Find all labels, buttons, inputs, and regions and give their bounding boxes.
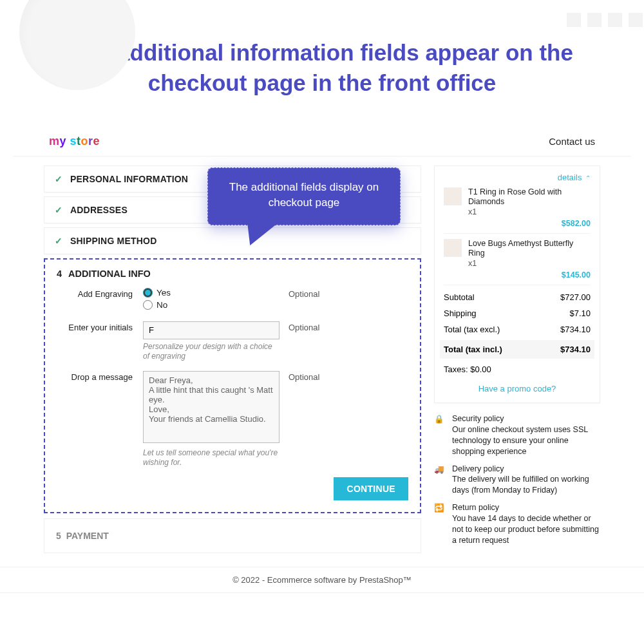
- product-name: T1 Ring in Rose Gold with Diamonds: [468, 187, 591, 207]
- policy-title: Return policy: [452, 503, 499, 512]
- callout-bubble: The additional fields display on checkou…: [207, 167, 401, 225]
- radio-no[interactable]: No: [143, 300, 279, 310]
- field-hint: Let us tell someone special what you're …: [143, 448, 279, 468]
- field-message: Drop a message Let us tell someone speci…: [57, 371, 408, 468]
- product-qty: x1: [468, 259, 591, 268]
- subtotal-value: $727.00: [560, 292, 591, 302]
- step-number: 5: [56, 531, 61, 541]
- step-number: 4: [57, 269, 62, 279]
- step-title: ADDRESSES: [70, 205, 128, 215]
- check-icon: ✓: [55, 174, 62, 184]
- continue-button[interactable]: CONTINUE: [334, 477, 408, 500]
- field-label: Drop a message: [57, 371, 143, 382]
- contact-link[interactable]: Contact us: [549, 136, 595, 147]
- total-excl-value: $734.10: [560, 325, 591, 334]
- policy-body: You have 14 days to decide whether or no…: [452, 514, 599, 545]
- product-name: Love Bugs Amethyst Butterfly Ring: [468, 239, 591, 259]
- top-bar: my store Contact us: [13, 126, 631, 156]
- step-title: ADDITIONAL INFO: [68, 269, 151, 279]
- total-incl-value: $734.10: [560, 345, 591, 354]
- total-excl-label: Total (tax excl.): [444, 325, 500, 334]
- subtotal-label: Subtotal: [444, 292, 475, 302]
- chevron-up-icon: ⌃: [585, 175, 591, 182]
- promo-link[interactable]: Have a promo code?: [444, 377, 591, 393]
- shipping-label: Shipping: [444, 308, 477, 318]
- optional-label: Optional: [279, 321, 344, 332]
- product-price: $145.00: [468, 270, 591, 279]
- field-hint: Personalize your design with a choice of…: [143, 342, 279, 362]
- cart-item: T1 Ring in Rose Gold with Diamonds x1 $5…: [444, 182, 591, 234]
- step-shipping[interactable]: ✓ SHIPPING METHOD: [44, 227, 421, 254]
- product-price: $582.00: [468, 219, 591, 228]
- product-thumb: [444, 187, 462, 205]
- radio-input[interactable]: [143, 288, 153, 298]
- product-qty: x1: [468, 207, 591, 216]
- policy-title: Delivery policy: [452, 464, 504, 473]
- order-summary: details ⌃ T1 Ring in Rose Gold with Diam…: [434, 166, 600, 553]
- field-initials: Enter your initials Personalize your des…: [57, 321, 408, 362]
- message-textarea[interactable]: [143, 371, 279, 443]
- policy-title: Security policy: [452, 414, 504, 423]
- policy-body: Our online checkout system uses SSL tech…: [452, 425, 588, 456]
- totals: Subtotal$727.00 Shipping$7.10 Total (tax…: [444, 289, 591, 377]
- shipping-value: $7.10: [569, 308, 591, 318]
- check-icon: ✓: [55, 205, 62, 215]
- step-title: SHIPPING METHOD: [70, 236, 156, 246]
- check-icon: ✓: [55, 236, 62, 246]
- step-additional-info: 4ADDITIONAL INFO Add Engraving Yes No Op…: [44, 258, 421, 513]
- taxes-label: Taxes: $0.00: [444, 365, 491, 374]
- step-title: PERSONAL INFORMATION: [70, 174, 188, 184]
- policies: 🔒Security policyOur online checkout syst…: [434, 413, 600, 546]
- total-incl-label: Total (tax incl.): [444, 345, 502, 354]
- step-payment[interactable]: 5 PAYMENT: [44, 518, 421, 553]
- product-thumb: [444, 239, 462, 257]
- store-logo[interactable]: my store: [49, 135, 100, 148]
- field-label: Add Engraving: [57, 288, 143, 299]
- truck-icon: 🚚: [434, 464, 447, 497]
- field-engraving: Add Engraving Yes No Optional: [57, 288, 408, 312]
- cart-item: Love Bugs Amethyst Butterfly Ring x1 $14…: [444, 234, 591, 285]
- radio-yes[interactable]: Yes: [143, 288, 279, 298]
- step-title: PAYMENT: [66, 531, 109, 541]
- lock-icon: 🔒: [434, 413, 447, 457]
- swap-icon: 🔁: [434, 502, 447, 546]
- footer-copyright: © 2022 - Ecommerce software by PrestaSho…: [0, 567, 644, 593]
- initials-input[interactable]: [143, 321, 279, 339]
- bg-dots: [567, 13, 644, 27]
- optional-label: Optional: [279, 371, 344, 382]
- optional-label: Optional: [279, 288, 344, 299]
- field-label: Enter your initials: [57, 321, 143, 332]
- radio-input[interactable]: [143, 300, 153, 310]
- policy-body: The delivery will be fulfilled on workin…: [452, 475, 589, 495]
- show-details-toggle[interactable]: details ⌃: [444, 173, 591, 182]
